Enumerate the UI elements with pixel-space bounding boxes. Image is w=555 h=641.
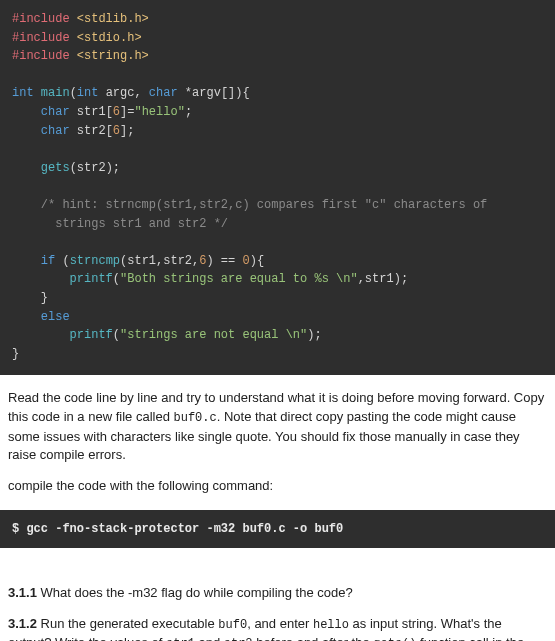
code-line: if (strncmp(str1,str2,6) == 0){: [12, 254, 264, 268]
paragraph-compile: compile the code with the following comm…: [0, 465, 555, 496]
code-line: }: [12, 347, 19, 361]
question-312: 3.1.2 Run the generated executable buf0,…: [0, 603, 555, 641]
command-block: $ gcc -fno-stack-protector -m32 buf0.c -…: [0, 510, 555, 548]
filename-code: buf0.c: [173, 411, 216, 425]
inline-code: gets(): [373, 637, 416, 641]
code-line: printf("strings are not equal \n");: [12, 328, 322, 342]
code-line: else: [12, 310, 70, 324]
inline-code: str1: [166, 637, 195, 641]
include-line: #include <stdlib.h>: [12, 12, 149, 26]
code-line: printf("Both strings are equal to %s \n"…: [12, 272, 408, 286]
code-line: char str1[6]="hello";: [12, 105, 192, 119]
code-line: int main(int argc, char *argv[]){: [12, 86, 250, 100]
inline-code: str2: [224, 637, 253, 641]
inline-code: buf0: [218, 618, 247, 632]
question-number: 3.1.2: [8, 616, 37, 631]
include-line: #include <string.h>: [12, 49, 149, 63]
comment-line: /* hint: strncmp(str1,str2,c) compares f…: [12, 198, 487, 212]
inline-code: hello: [313, 618, 349, 632]
code-line: char str2[6];: [12, 124, 134, 138]
code-block: #include <stdlib.h> #include <stdio.h> #…: [0, 0, 555, 375]
include-line: #include <stdio.h>: [12, 31, 142, 45]
code-line: gets(str2);: [12, 161, 120, 175]
question-number: 3.1.1: [8, 585, 37, 600]
paragraph-intro: Read the code line by line and try to un…: [0, 375, 555, 465]
comment-line: strings str1 and str2 */: [12, 217, 228, 231]
question-311: 3.1.1 What does the -m32 flag do while c…: [0, 548, 555, 603]
code-line: }: [12, 291, 48, 305]
